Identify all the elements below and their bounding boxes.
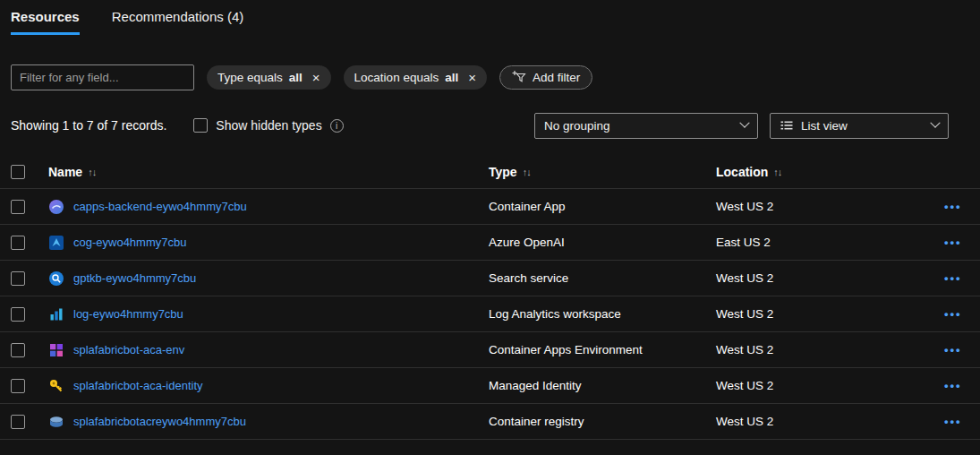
location-cell: West US 2: [716, 200, 773, 213]
type-cell: Managed Identity: [489, 379, 582, 392]
row-checkbox[interactable]: [11, 307, 25, 322]
filter-input[interactable]: [11, 64, 194, 90]
type-cell: Container App: [489, 200, 566, 213]
view-dropdown[interactable]: List view: [770, 113, 949, 139]
filter-bar: Type equals all × Location equals all × …: [11, 64, 969, 90]
pill-value: all: [289, 71, 303, 84]
location-cell: East US 2: [716, 236, 771, 249]
select-all-checkbox[interactable]: [11, 165, 25, 179]
info-icon[interactable]: i: [330, 119, 344, 133]
table-row: splafabricbot-aca-env Container Apps Env…: [0, 332, 980, 368]
row-menu-icon[interactable]: •••: [939, 415, 962, 428]
close-icon[interactable]: ×: [468, 71, 476, 84]
add-filter-label: Add filter: [533, 71, 580, 84]
table-row: cog-eywo4hmmy7cbu Azure OpenAI East US 2…: [0, 225, 980, 261]
chevron-down-icon: [930, 118, 940, 128]
table-toolbar: Showing 1 to 7 of 7 records. Show hidden…: [11, 112, 969, 139]
row-menu-icon[interactable]: •••: [939, 271, 962, 285]
row-checkbox[interactable]: [11, 379, 25, 393]
row-menu-icon[interactable]: •••: [939, 200, 962, 213]
log-analytics-icon: [48, 306, 64, 322]
sort-icon[interactable]: ↑↓: [523, 167, 531, 177]
header-type[interactable]: Type ↑↓: [480, 165, 707, 179]
table-row: log-eywo4hmmy7cbu Log Analytics workspac…: [0, 296, 980, 332]
row-menu-icon[interactable]: •••: [939, 236, 962, 249]
row-checkbox[interactable]: [11, 343, 25, 357]
table-header-row: Name ↑↓ Type ↑↓ Location ↑↓: [0, 155, 980, 189]
tab-resources[interactable]: Resources: [11, 9, 80, 35]
type-cell: Search service: [489, 271, 568, 285]
add-filter-button[interactable]: Add filter: [499, 65, 592, 90]
close-icon[interactable]: ×: [312, 71, 320, 84]
location-cell: West US 2: [716, 415, 773, 428]
add-filter-icon: [512, 70, 526, 84]
azure-resources-page: Resources Recommendations (4) Type equal…: [0, 0, 980, 455]
azure-openai-icon: [48, 235, 64, 251]
header-location[interactable]: Location ↑↓: [707, 165, 930, 179]
resource-link[interactable]: gptkb-eywo4hmmy7cbu: [73, 271, 196, 285]
grouping-value: No grouping: [544, 119, 610, 133]
filter-pill-type[interactable]: Type equals all ×: [207, 65, 331, 90]
type-cell: Azure OpenAI: [489, 236, 565, 249]
chevron-down-icon: [739, 118, 749, 128]
resource-link[interactable]: splafabricbot-aca-env: [73, 343, 184, 356]
container-app-icon: [48, 199, 64, 215]
show-hidden-group: Show hidden types i: [193, 118, 343, 133]
row-checkbox[interactable]: [11, 200, 25, 214]
resources-table: Name ↑↓ Type ↑↓ Location ↑↓: [0, 155, 980, 440]
type-cell: Container Apps Environment: [489, 343, 643, 356]
pill-text: Location equals: [354, 71, 439, 84]
search-service-icon: [48, 270, 64, 287]
show-hidden-label: Show hidden types: [216, 118, 321, 133]
location-cell: West US 2: [716, 379, 773, 392]
location-cell: West US 2: [716, 307, 773, 321]
header-type-label: Type: [489, 165, 517, 179]
sort-icon[interactable]: ↑↓: [773, 167, 781, 177]
resource-link[interactable]: log-eywo4hmmy7cbu: [73, 307, 183, 321]
type-cell: Container registry: [489, 415, 584, 428]
resource-link[interactable]: splafabricbot-aca-identity: [73, 379, 203, 392]
row-menu-icon[interactable]: •••: [939, 379, 962, 392]
type-cell: Log Analytics workspace: [489, 307, 621, 321]
resource-link[interactable]: capps-backend-eywo4hmmy7cbu: [73, 200, 247, 213]
location-cell: West US 2: [716, 271, 773, 285]
pill-text: Type equals: [217, 71, 283, 84]
row-checkbox[interactable]: [11, 271, 25, 286]
row-checkbox[interactable]: [11, 415, 25, 429]
table-row: splafabricbotacreywo4hmmy7cbu Container …: [0, 404, 980, 440]
show-hidden-checkbox[interactable]: [193, 118, 208, 133]
row-menu-icon[interactable]: •••: [939, 343, 962, 356]
table-row: gptkb-eywo4hmmy7cbu Search service West …: [0, 261, 980, 296]
row-menu-icon[interactable]: •••: [939, 307, 962, 321]
table-row: splafabricbot-aca-identity Managed Ident…: [0, 368, 980, 404]
resource-link[interactable]: splafabricbotacreywo4hmmy7cbu: [73, 415, 246, 428]
view-controls: No grouping List view: [534, 113, 949, 139]
records-count: Showing 1 to 7 of 7 records.: [11, 118, 166, 133]
header-location-label: Location: [716, 165, 768, 179]
location-cell: West US 2: [716, 343, 773, 356]
row-checkbox[interactable]: [11, 236, 25, 250]
managed-identity-icon: [48, 378, 64, 394]
header-name-label: Name: [48, 165, 82, 179]
container-registry-icon: [48, 414, 64, 430]
grouping-dropdown[interactable]: No grouping: [534, 113, 758, 139]
list-view-icon: [780, 118, 794, 133]
table-row: capps-backend-eywo4hmmy7cbu Container Ap…: [0, 189, 980, 225]
tab-bar: Resources Recommendations (4): [0, 0, 980, 35]
tab-recommendations[interactable]: Recommendations (4): [112, 9, 244, 35]
container-apps-environment-icon: [48, 342, 64, 358]
header-name[interactable]: Name ↑↓: [39, 165, 480, 179]
sort-icon[interactable]: ↑↓: [88, 167, 96, 177]
filter-pill-location[interactable]: Location equals all ×: [344, 65, 487, 90]
view-value: List view: [801, 119, 848, 133]
pill-value: all: [445, 71, 458, 84]
resource-link[interactable]: cog-eywo4hmmy7cbu: [73, 236, 186, 249]
